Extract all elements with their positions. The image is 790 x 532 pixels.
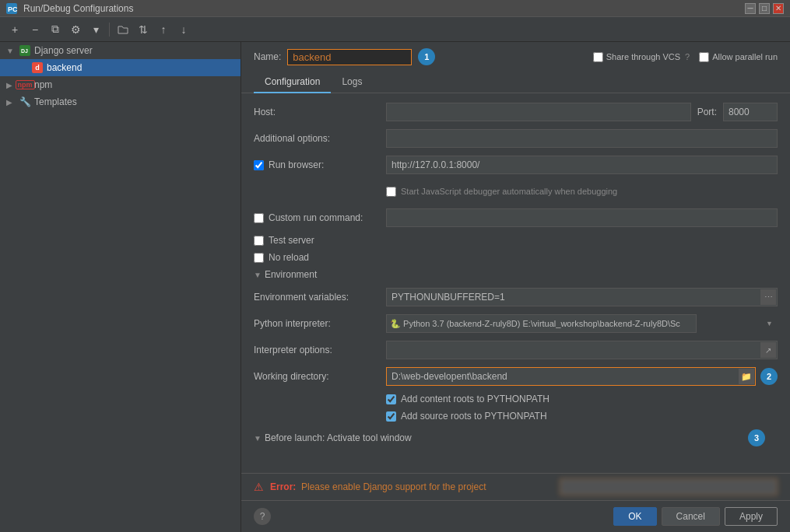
run-browser-url-input[interactable] <box>386 156 778 174</box>
allow-parallel-checkbox[interactable] <box>699 52 709 62</box>
move-up-button[interactable]: ↑ <box>155 21 172 38</box>
error-actions <box>560 478 778 495</box>
form-area: Host: Port: Additional options: <box>241 93 790 473</box>
cancel-button[interactable]: Cancel <box>662 507 720 526</box>
maximize-button[interactable]: □ <box>759 3 770 14</box>
copy-configuration-button[interactable]: ⧉ <box>47 21 64 38</box>
working-dir-browse-button[interactable]: 📁 <box>739 369 754 384</box>
up-arrow-icon: ↑ <box>161 23 167 36</box>
port-input[interactable] <box>723 103 778 121</box>
share-vcs-label[interactable]: Share through VCS ? <box>593 52 690 62</box>
npm-icon: npm <box>19 79 31 91</box>
share-vcs-checkbox[interactable] <box>593 52 603 62</box>
run-browser-checkbox[interactable] <box>254 160 264 170</box>
no-reload-checkbox[interactable] <box>254 253 264 263</box>
badge-2: 2 <box>760 368 778 385</box>
error-bar: ⚠ Error: Please enable Django support fo… <box>241 473 790 500</box>
settings-button[interactable]: ⚙ <box>67 21 84 38</box>
share-vcs-help-icon: ? <box>685 52 690 61</box>
tree-item-templates[interactable]: ▶ 🔧 Templates <box>0 93 241 110</box>
interpreter-options-label: Interpreter options: <box>254 345 386 355</box>
add-source-roots-checkbox[interactable] <box>386 411 396 422</box>
name-input[interactable]: backend <box>287 49 412 65</box>
templates-icon: 🔧 <box>19 96 31 108</box>
backend-label: backend <box>47 62 82 73</box>
svg-text:PC: PC <box>8 5 17 13</box>
error-body: Please enable Django support for the pro… <box>301 481 486 492</box>
python-interpreter-label: Python interpreter: <box>254 318 386 329</box>
svg-text:DJ: DJ <box>21 48 28 54</box>
interpreter-options-input[interactable] <box>386 341 778 359</box>
host-input[interactable] <box>386 103 691 121</box>
badge-1: 1 <box>418 48 435 65</box>
dropdown-button[interactable]: ▾ <box>87 21 104 38</box>
add-source-roots-label: Add source roots to PYTHONPATH <box>401 411 547 422</box>
close-button[interactable]: ✕ <box>773 3 784 14</box>
content-area: ▼ DJ Django server d backend ▶ npm <box>0 42 790 532</box>
move-down-button[interactable]: ↓ <box>175 21 192 38</box>
env-vars-label: Environment variables: <box>254 292 386 303</box>
run-browser-row: Run browser: <box>254 156 778 174</box>
left-panel: ▼ DJ Django server d backend ▶ npm <box>0 42 241 532</box>
add-content-roots-row: Add content roots to PYTHONPATH <box>254 394 778 404</box>
minimize-button[interactable]: ─ <box>745 3 756 14</box>
error-icon: ⚠ <box>254 481 264 493</box>
no-reload-row: No reload <box>254 252 778 263</box>
add-configuration-button[interactable]: + <box>6 21 23 38</box>
working-dir-input[interactable] <box>386 367 756 386</box>
custom-run-cmd-label: Custom run command: <box>269 212 363 223</box>
python-interpreter-select-wrap: 🐍 Python 3.7 (backend-Z-ruly8D) E:\virtu… <box>386 314 778 333</box>
name-row: Name: backend 1 Share through VCS ? Allo… <box>241 42 790 72</box>
django-server-label: Django server <box>34 45 93 56</box>
apply-button[interactable]: Apply <box>725 507 778 526</box>
before-launch-arrow-icon[interactable]: ▼ <box>254 434 262 443</box>
no-reload-label: No reload <box>269 252 309 263</box>
toolbar: + − ⧉ ⚙ ▾ ⇅ ↑ ↓ <box>0 17 790 42</box>
error-prefix: Error: <box>270 481 296 492</box>
env-vars-input[interactable] <box>386 288 778 306</box>
python-interpreter-select[interactable]: 🐍 Python 3.7 (backend-Z-ruly8D) E:\virtu… <box>386 314 697 333</box>
tree-item-npm[interactable]: ▶ npm npm <box>0 76 241 93</box>
custom-run-cmd-input[interactable] <box>386 208 778 227</box>
tab-logs[interactable]: Logs <box>331 72 373 93</box>
expand-arrow-django: ▼ <box>6 47 16 55</box>
environment-arrow-icon[interactable]: ▼ <box>254 271 262 279</box>
npm-label: npm <box>34 79 52 90</box>
custom-run-cmd-row: Custom run command: <box>254 208 778 227</box>
tree-item-django-server[interactable]: ▼ DJ Django server <box>0 42 241 59</box>
sort-button[interactable]: ⇅ <box>135 21 152 38</box>
additional-options-label: Additional options: <box>254 133 386 144</box>
templates-label: Templates <box>34 96 77 107</box>
interpreter-options-row: Interpreter options: ↗ <box>254 341 778 359</box>
environment-label: Environment <box>265 269 317 280</box>
add-content-roots-checkbox[interactable] <box>386 394 396 404</box>
before-launch-label: Before launch: Activate tool window <box>265 432 412 443</box>
down-arrow-icon: ↓ <box>181 23 187 36</box>
tree-item-backend[interactable]: d backend <box>0 59 241 76</box>
remove-configuration-button[interactable]: − <box>26 21 44 38</box>
allow-parallel-label[interactable]: Allow parallel run <box>699 52 778 62</box>
environment-section-header: ▼ Environment <box>254 269 778 280</box>
before-launch-container: ▼ Before launch: Activate tool window 3 <box>254 428 778 448</box>
custom-run-cmd-checkbox[interactable] <box>254 213 264 223</box>
js-debugger-label: Start JavaScript debugger automatically … <box>401 187 617 196</box>
add-source-roots-row: Add source roots to PYTHONPATH <box>254 411 778 422</box>
env-vars-input-wrap: ⋯ <box>386 288 778 306</box>
before-launch-section: ▼ Before launch: Activate tool window <box>254 428 412 448</box>
additional-options-input[interactable] <box>386 129 778 148</box>
toolbar-separator-1 <box>109 23 110 37</box>
tab-configuration[interactable]: Configuration <box>254 72 331 93</box>
test-server-checkbox[interactable] <box>254 236 264 246</box>
right-panel: Name: backend 1 Share through VCS ? Allo… <box>241 42 790 532</box>
interpreter-options-expand-button[interactable]: ↗ <box>760 342 776 358</box>
help-button[interactable]: ? <box>254 508 271 525</box>
js-debugger-checkbox[interactable] <box>386 187 396 197</box>
move-to-folder-button[interactable] <box>114 21 132 38</box>
badge-3: 3 <box>748 429 765 446</box>
name-label: Name: <box>254 51 281 62</box>
working-dir-row: Working directory: 📁 2 <box>254 367 778 386</box>
app-icon: PC <box>6 2 19 15</box>
env-vars-edit-button[interactable]: ⋯ <box>760 289 776 305</box>
working-dir-label: Working directory: <box>254 371 386 382</box>
ok-button[interactable]: OK <box>613 507 656 526</box>
